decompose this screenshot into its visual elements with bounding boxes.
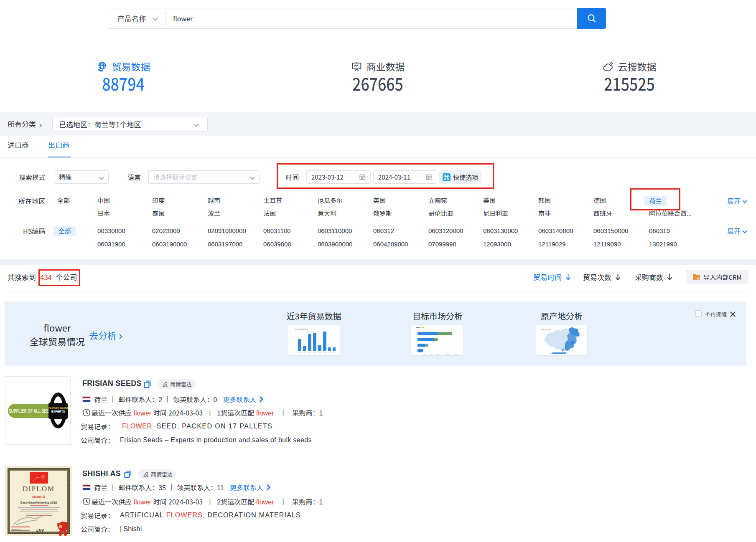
svg-text:•: • <box>414 338 415 340</box>
svg-text:原产地分析: 原产地分析 <box>541 328 551 331</box>
svg-text:近3年贸易数据: 近3年贸易数据 <box>295 328 308 331</box>
svg-text:•: • <box>414 332 415 334</box>
svg-text:•: • <box>414 349 415 352</box>
svg-text:•: • <box>414 344 415 346</box>
